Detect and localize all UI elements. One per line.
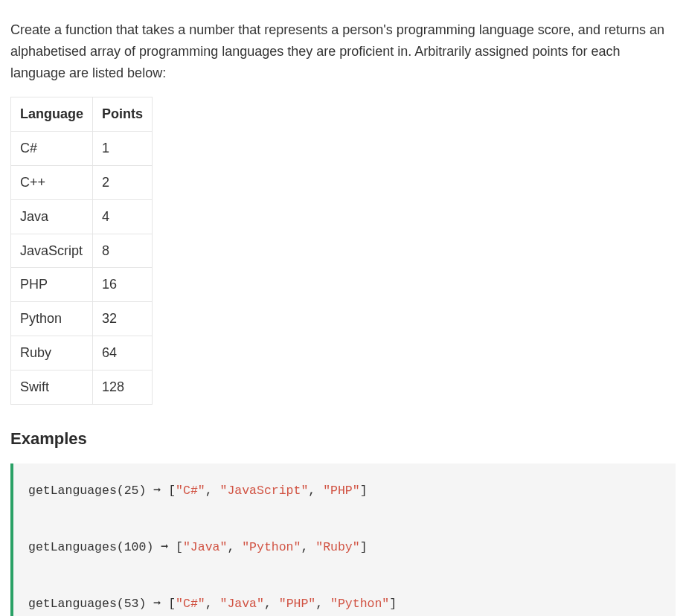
col-header-points: Points	[93, 97, 153, 132]
points-table: Language Points C#1C++2Java4JavaScript8P…	[10, 97, 153, 404]
examples-code-block: getLanguages(25) ➞ ["C#", "JavaScript", …	[10, 463, 676, 616]
cell-points: 64	[93, 336, 153, 370]
cell-language: JavaScript	[11, 234, 93, 268]
cell-language: C#	[11, 132, 93, 166]
cell-language: Java	[11, 199, 93, 234]
table-row: PHP16	[11, 268, 153, 302]
examples-heading: Examples	[10, 426, 676, 452]
cell-points: 4	[93, 199, 153, 234]
col-header-language: Language	[11, 97, 93, 132]
table-body: C#1C++2Java4JavaScript8PHP16Python32Ruby…	[11, 132, 153, 404]
table-row: Java4	[11, 199, 153, 234]
cell-language: Ruby	[11, 336, 93, 370]
cell-points: 2	[93, 165, 153, 199]
table-row: Python32	[11, 302, 153, 336]
cell-language: Swift	[11, 370, 93, 404]
cell-points: 8	[93, 234, 153, 268]
cell-language: PHP	[11, 268, 93, 302]
table-row: JavaScript8	[11, 234, 153, 268]
cell-language: C++	[11, 165, 93, 199]
cell-points: 1	[93, 132, 153, 166]
cell-points: 128	[93, 370, 153, 404]
table-row: C++2	[11, 165, 153, 199]
table-row: C#1	[11, 132, 153, 166]
cell-points: 16	[93, 268, 153, 302]
table-header-row: Language Points	[11, 97, 153, 132]
cell-points: 32	[93, 302, 153, 336]
table-row: Swift128	[11, 370, 153, 404]
problem-intro: Create a function that takes a number th…	[10, 19, 676, 83]
table-row: Ruby64	[11, 336, 153, 370]
cell-language: Python	[11, 302, 93, 336]
